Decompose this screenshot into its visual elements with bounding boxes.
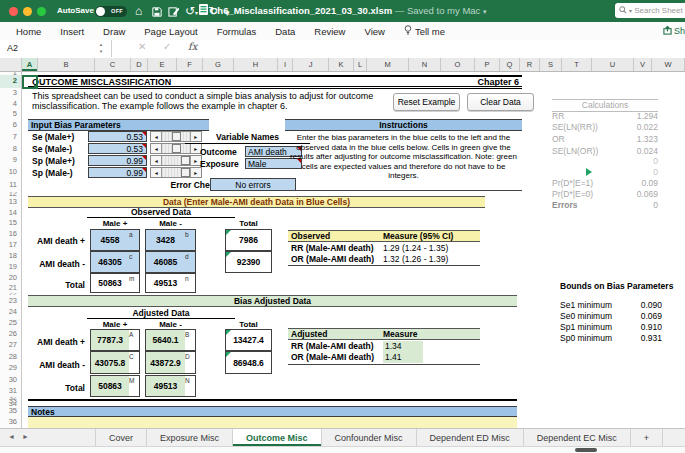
sheet-tab-cover[interactable]: Cover	[95, 429, 147, 446]
row-header-25[interactable]: 25	[0, 318, 21, 329]
row-header-21[interactable]: 21	[0, 283, 21, 293]
ribbon-tab-formulas[interactable]: Formulas	[217, 26, 257, 37]
prev-sheet-arrow[interactable]: ◄	[8, 433, 15, 440]
spinner-left-arrow[interactable]: ◄	[151, 144, 162, 153]
spinner-thumb[interactable]	[181, 156, 190, 165]
scrollbar-thumb[interactable]	[575, 448, 597, 452]
insert-function-button[interactable]: fx	[188, 41, 197, 52]
observed-cell-c[interactable]: 46305c	[90, 251, 140, 273]
cancel-entry-icon[interactable]: ✕	[138, 41, 146, 52]
sheet-tab-dependent-ec-misc[interactable]: Dependent EC Misc	[524, 429, 631, 446]
column-header-J[interactable]: J	[293, 58, 329, 71]
row-header-19[interactable]: 19	[0, 262, 21, 273]
sheet-tab-outcome-misc[interactable]: Outcome Misc	[233, 429, 322, 446]
sp0-spinner[interactable]: ◄ ►	[150, 167, 202, 178]
share-button[interactable]: Sh	[663, 24, 685, 38]
row-header-2[interactable]: 2	[0, 75, 21, 88]
spinner-right-arrow[interactable]: ►	[190, 168, 201, 177]
row-header-16[interactable]: 16	[0, 229, 21, 240]
search-input[interactable]: ▾ Search Sheet	[615, 3, 685, 18]
column-header-P[interactable]: P	[475, 58, 500, 71]
observed-cell-a[interactable]: 4558a	[90, 229, 140, 251]
observed-cell-b[interactable]: 3428b	[145, 229, 196, 251]
spinner-left-arrow[interactable]: ◄	[151, 168, 162, 177]
row-header-17[interactable]: 17	[0, 240, 21, 251]
column-header-D[interactable]: D	[131, 58, 148, 71]
spinner-thumb[interactable]	[181, 168, 190, 177]
column-header-L[interactable]: L	[354, 58, 367, 71]
spinner-left-arrow[interactable]: ◄	[151, 156, 162, 165]
column-header-M[interactable]: M	[367, 58, 409, 71]
row-header-13[interactable]: 13	[0, 196, 21, 208]
column-header-V[interactable]: V	[634, 58, 652, 71]
row-header-31[interactable]: 31	[0, 386, 21, 397]
add-sheet-button[interactable]: +	[631, 429, 663, 446]
name-box-stepper[interactable]: ▴▾	[96, 41, 106, 55]
row-header-28[interactable]: 28	[0, 351, 21, 363]
column-header-K[interactable]: K	[329, 58, 354, 71]
row-header-14[interactable]: 14	[0, 208, 21, 218]
row-header-11[interactable]: 11	[0, 179, 21, 192]
ribbon-tab-home[interactable]: Home	[16, 26, 41, 37]
sheet-tab-exposure-misc[interactable]: Exposure Misc	[147, 429, 233, 446]
formula-input[interactable]	[210, 40, 685, 57]
bias-param-cell-sp0[interactable]: 0.99	[88, 167, 147, 178]
column-header-A[interactable]: A	[22, 58, 38, 71]
row-header-29[interactable]: 29	[0, 363, 21, 374]
row-header-23[interactable]: 23	[0, 295, 21, 307]
row-header-24[interactable]: 24	[0, 307, 21, 318]
sheet-tab-confounder-misc[interactable]: Confounder Misc	[322, 429, 417, 446]
row-header-8[interactable]: 8	[0, 143, 21, 155]
ribbon-tab-page-layout[interactable]: Page Layout	[144, 26, 197, 37]
column-header-Q[interactable]: Q	[500, 58, 520, 71]
reset-example-button[interactable]: Reset Example	[393, 93, 460, 111]
bias-param-cell-sp1[interactable]: 0.99	[88, 155, 147, 166]
spinner-track[interactable]	[162, 144, 189, 153]
ribbon-tab-review[interactable]: Review	[314, 26, 345, 37]
row-header-35[interactable]: 35	[0, 406, 21, 417]
sheet-tab-dependent-ed-misc[interactable]: Dependent ED Misc	[417, 429, 524, 446]
tell-me-tab[interactable]: Tell me	[404, 25, 445, 37]
column-header-G[interactable]: G	[203, 58, 234, 71]
row-header-4[interactable]: 4	[0, 99, 21, 110]
column-header-U[interactable]: U	[592, 58, 634, 71]
se0-spinner[interactable]: ◄ ►	[150, 143, 202, 154]
spinner-track[interactable]	[162, 168, 189, 177]
column-header-W[interactable]: W	[652, 58, 685, 71]
row-header-15[interactable]: 15	[0, 218, 21, 229]
row-header-10[interactable]: 10	[0, 166, 21, 179]
column-header-R[interactable]: R	[520, 58, 540, 71]
select-all-corner[interactable]	[0, 58, 22, 72]
spinner-thumb[interactable]	[172, 132, 181, 141]
bias-param-cell-se1[interactable]: 0.53	[88, 131, 147, 142]
column-header-O[interactable]: O	[441, 58, 475, 71]
bias-param-cell-se0[interactable]: 0.53	[88, 143, 147, 154]
ribbon-tab-data[interactable]: Data	[275, 26, 295, 37]
sp1-spinner[interactable]: ◄ ►	[150, 155, 202, 166]
row-header-26[interactable]: 26	[0, 329, 21, 340]
row-header-9[interactable]: 9	[0, 155, 21, 166]
column-header-E[interactable]: E	[148, 58, 177, 71]
column-header-I[interactable]: I	[278, 58, 293, 71]
row-header-27[interactable]: 27	[0, 340, 21, 351]
column-header-C[interactable]: C	[95, 58, 131, 71]
spinner-thumb[interactable]	[172, 144, 181, 153]
bottom-scrollbar[interactable]	[0, 446, 685, 453]
spinner-track[interactable]	[162, 156, 189, 165]
spinner-left-arrow[interactable]: ◄	[151, 132, 162, 141]
row-header-30[interactable]: 30	[0, 374, 21, 386]
confirm-entry-icon[interactable]: ✓	[163, 41, 171, 52]
column-header-S[interactable]: S	[540, 58, 562, 71]
column-header-B[interactable]: B	[38, 58, 95, 71]
row-header-18[interactable]: 18	[0, 251, 21, 262]
clear-data-button[interactable]: Clear Data	[467, 93, 534, 111]
notes-cell[interactable]	[28, 417, 517, 428]
row-header-20[interactable]: 20	[0, 273, 21, 283]
ribbon-tab-draw[interactable]: Draw	[103, 26, 125, 37]
column-header-H[interactable]: H	[234, 58, 278, 71]
column-header-F[interactable]: F	[177, 58, 203, 71]
row-header-6[interactable]: 6	[0, 119, 21, 131]
row-header-36[interactable]: 36	[0, 417, 21, 428]
row-header-5[interactable]: 5	[0, 110, 21, 119]
column-header-N[interactable]: N	[409, 58, 441, 71]
